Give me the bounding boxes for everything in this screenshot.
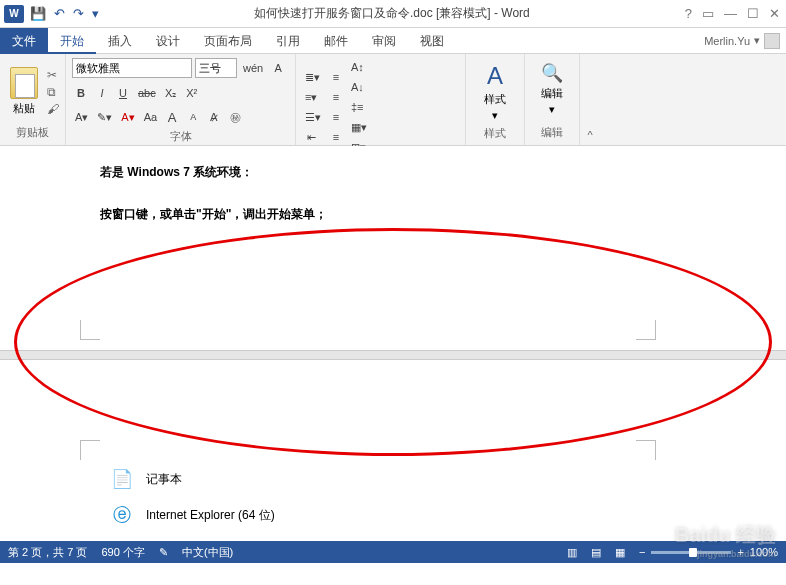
close-icon[interactable]: ✕ <box>769 6 780 21</box>
tab-mail[interactable]: 邮件 <box>312 28 360 54</box>
zoom-slider[interactable] <box>651 551 731 554</box>
margin-corner-icon <box>636 320 656 340</box>
decrease-indent-button[interactable]: ⇤ <box>302 128 320 146</box>
paste-label: 粘贴 <box>13 101 35 116</box>
page-1: 若是 Windows 7 系统环境： 按窗口键，或单击"开始"，调出开始菜单； <box>0 146 786 351</box>
user-dropdown-icon: ▾ <box>754 34 760 47</box>
ie-icon: ⓔ <box>108 501 136 529</box>
clear-format-button[interactable]: A̷ <box>205 108 223 126</box>
italic-button[interactable]: I <box>93 84 111 102</box>
binoculars-icon: 🔍 <box>541 62 563 84</box>
enclose-char-button[interactable]: ㊙ <box>226 108 244 126</box>
edit-btn-label: 编辑 <box>541 86 563 101</box>
start-item-notepad[interactable]: 📄 记事本 <box>100 461 360 497</box>
ribbon-options-icon[interactable]: ▭ <box>702 6 714 21</box>
window-title: 如何快速打开服务窗口及命令.doc [兼容模式] - Word <box>99 5 685 22</box>
tab-insert[interactable]: 插入 <box>96 28 144 54</box>
tab-references[interactable]: 引用 <box>264 28 312 54</box>
doc-line-2: 按窗口键，或单击"开始"，调出开始菜单； <box>100 206 327 223</box>
bullets-button[interactable]: ≣▾ <box>302 68 323 86</box>
zoom-out-button[interactable]: − <box>639 546 645 558</box>
qat-dropdown-icon[interactable]: ▾ <box>92 6 99 21</box>
line-spacing-button[interactable]: ‡≡ <box>348 98 367 116</box>
justify-button[interactable]: ≡ <box>327 128 345 146</box>
clipboard-icon <box>10 67 38 99</box>
user-name: Merlin.Yu <box>704 35 750 47</box>
spellcheck-icon[interactable]: ✎ <box>159 546 168 559</box>
superscript-button[interactable]: X² <box>183 84 201 102</box>
zoom-in-button[interactable]: + <box>737 546 743 558</box>
highlight-button[interactable]: ✎▾ <box>94 108 115 126</box>
chevron-down-icon: ▾ <box>549 103 555 116</box>
subscript-button[interactable]: X₂ <box>162 84 180 102</box>
text-effects-button[interactable]: A▾ <box>72 108 91 126</box>
tab-view[interactable]: 视图 <box>408 28 456 54</box>
tab-file[interactable]: 文件 <box>0 28 48 54</box>
read-mode-view-icon[interactable]: ▤ <box>591 546 601 559</box>
save-icon[interactable]: 💾 <box>30 6 46 21</box>
document-area[interactable]: 若是 Windows 7 系统环境： 按窗口键，或单击"开始"，调出开始菜单； … <box>0 146 786 541</box>
margin-corner-icon <box>636 440 656 460</box>
multilevel-button[interactable]: ☰▾ <box>302 108 324 126</box>
underline-button[interactable]: U <box>114 84 132 102</box>
doc-line-1: 若是 Windows 7 系统环境： <box>100 164 253 181</box>
numbering-button[interactable]: ≡▾ <box>302 88 320 106</box>
collapse-ribbon-icon[interactable]: ^ <box>580 54 600 145</box>
tab-home[interactable]: 开始 <box>48 28 96 54</box>
margin-corner-icon <box>80 440 100 460</box>
word-count[interactable]: 690 个字 <box>101 545 144 560</box>
margin-corner-icon <box>80 320 100 340</box>
paste-button[interactable]: 粘贴 <box>6 65 42 118</box>
sort-button[interactable]: A↓ <box>348 78 367 96</box>
editing-group-label: 编辑 <box>531 125 573 141</box>
minimize-icon[interactable]: — <box>724 6 737 21</box>
avatar-icon <box>764 33 780 49</box>
notepad-icon: 📄 <box>108 465 136 493</box>
clipboard-group-label: 剪贴板 <box>6 125 59 141</box>
notepad-label: 记事本 <box>146 471 182 488</box>
bold-button[interactable]: B <box>72 84 90 102</box>
font-size-select[interactable] <box>195 58 237 78</box>
grow-font-button[interactable]: A <box>163 108 181 126</box>
font-family-select[interactable] <box>72 58 192 78</box>
user-account[interactable]: Merlin.Yu ▾ <box>704 33 786 49</box>
tab-layout[interactable]: 页面布局 <box>192 28 264 54</box>
web-layout-view-icon[interactable]: ▦ <box>615 546 625 559</box>
char-border-button[interactable]: A <box>269 59 287 77</box>
align-right-button[interactable]: ≡ <box>327 108 345 126</box>
styles-btn-label: 样式 <box>484 92 506 107</box>
tab-review[interactable]: 审阅 <box>360 28 408 54</box>
start-item-ie[interactable]: ⓔ Internet Explorer (64 位) <box>100 497 360 533</box>
shading-button[interactable]: ▦▾ <box>348 118 370 136</box>
phonetic-guide-button[interactable]: wén <box>240 59 266 77</box>
align-left-button[interactable]: ≡ <box>327 68 345 86</box>
align-center-button[interactable]: ≡ <box>327 88 345 106</box>
editing-button[interactable]: 🔍 编辑 ▾ <box>531 58 573 120</box>
chevron-down-icon: ▾ <box>492 109 498 122</box>
ie-label: Internet Explorer (64 位) <box>146 507 275 524</box>
cut-icon[interactable]: ✂ <box>47 68 59 82</box>
help-icon[interactable]: ? <box>685 6 692 21</box>
styles-group-label: 样式 <box>472 126 518 141</box>
word-app-icon: W <box>4 5 24 23</box>
language-indicator[interactable]: 中文(中国) <box>182 545 233 560</box>
format-painter-icon[interactable]: 🖌 <box>47 102 59 116</box>
styles-button[interactable]: A 样式 ▾ <box>472 58 518 126</box>
text-direction-button[interactable]: A↕ <box>348 58 367 76</box>
zoom-level[interactable]: 100% <box>750 546 778 558</box>
redo-icon[interactable]: ↷ <box>73 6 84 21</box>
font-color-button[interactable]: A▾ <box>118 108 137 126</box>
undo-icon[interactable]: ↶ <box>54 6 65 21</box>
shrink-font-button[interactable]: A <box>184 108 202 126</box>
strikethrough-button[interactable]: abc <box>135 84 159 102</box>
start-menu-list: 📄 记事本 ⓔ Internet Explorer (64 位) <box>100 461 360 533</box>
styles-icon: A <box>487 62 503 90</box>
page-indicator[interactable]: 第 2 页，共 7 页 <box>8 545 87 560</box>
print-layout-view-icon[interactable]: ▥ <box>567 546 577 559</box>
font-group-label: 字体 <box>72 129 289 144</box>
copy-icon[interactable]: ⧉ <box>47 85 59 99</box>
maximize-icon[interactable]: ☐ <box>747 6 759 21</box>
change-case-button[interactable]: Aa <box>141 108 160 126</box>
tab-design[interactable]: 设计 <box>144 28 192 54</box>
